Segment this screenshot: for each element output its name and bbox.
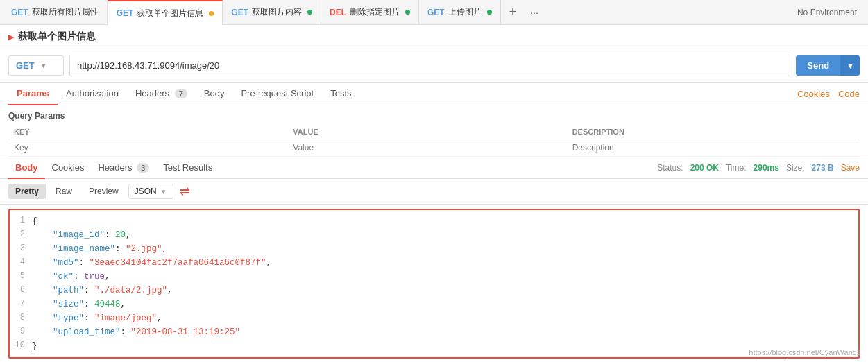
line-num-7: 7 — [10, 298, 32, 311]
send-button[interactable]: Send — [796, 55, 840, 76]
pretty-label: Pretty — [15, 187, 39, 196]
tab-upload[interactable]: GET 上传图片 — [419, 0, 501, 25]
tab-label-1: 获取所有图片属性 — [32, 6, 99, 18]
line-num-9: 9 — [10, 325, 32, 338]
resp-view-preview[interactable]: Preview — [82, 184, 126, 199]
response-view-bar: Pretty Raw Preview JSON ▼ ⇌ — [0, 179, 868, 205]
response-status-info: Status: 200 OK Time: 290ms Size: 273 B S… — [657, 163, 860, 173]
resp-view-pretty[interactable]: Pretty — [8, 184, 46, 199]
tab-prerequest-label: Pre-request Script — [241, 88, 314, 98]
tab-authorization[interactable]: Authorization — [58, 83, 127, 105]
col-action-header — [846, 125, 860, 139]
line-num-2: 2 — [10, 228, 32, 241]
line-num-4: 4 — [10, 256, 32, 269]
col-desc-header: DESCRIPTION — [567, 125, 846, 139]
size-label: Size: — [786, 163, 805, 173]
tab-prerequest[interactable]: Pre-request Script — [232, 83, 322, 105]
more-tabs-button[interactable]: ··· — [525, 7, 544, 18]
tab-label-5: 上传图片 — [448, 6, 482, 18]
page-title: 获取单个图片信息 — [18, 31, 96, 43]
format-dropdown[interactable]: JSON ▼ — [128, 184, 173, 199]
code-line-10: 10 } — [10, 339, 858, 353]
tab-label-4: 删除指定图片 — [350, 6, 400, 18]
resp-tab-cookies[interactable]: Cookies — [45, 157, 92, 179]
method-chevron-icon: ▼ — [40, 62, 47, 69]
line-num-1: 1 — [10, 214, 32, 227]
collapse-arrow-icon[interactable]: ▶ — [8, 33, 14, 42]
query-params-title: Query Params — [8, 111, 860, 121]
tab-del[interactable]: DEL 删除指定图片 — [321, 0, 419, 25]
line-num-8: 8 — [10, 311, 32, 325]
resp-view-raw[interactable]: Raw — [49, 184, 79, 199]
col-key-header: KEY — [8, 125, 287, 139]
tab-dot-3 — [307, 10, 312, 15]
code-content-8: "type": "image/jpeg", — [32, 311, 858, 325]
send-dropdown-button[interactable]: ▼ — [840, 55, 860, 76]
key-input[interactable] — [14, 143, 282, 153]
tab-tests-label: Tests — [330, 88, 351, 98]
code-line-8: 8 "type": "image/jpeg", — [10, 311, 858, 325]
code-content-1: { — [32, 214, 858, 228]
method-dropdown[interactable]: GET ▼ — [8, 55, 64, 76]
tab-params-label: Params — [17, 88, 49, 98]
method-label: GET — [16, 60, 35, 71]
resp-headers-badge: 3 — [137, 163, 149, 173]
tab-label-3: 获取图片内容 — [252, 6, 302, 18]
url-bar: GET ▼ Send ▼ — [0, 49, 868, 83]
tab-get-single[interactable]: GET 获取单个图片信息 — [108, 0, 223, 25]
code-line-2: 2 "image_id": 20, — [10, 228, 858, 242]
request-title-bar: ▶ 获取单个图片信息 — [0, 25, 868, 49]
headers-badge: 7 — [175, 89, 187, 98]
code-content-7: "size": 49448, — [32, 298, 858, 311]
query-params-section: Query Params KEY VALUE DESCRIPTION — [0, 105, 868, 157]
status-value: 200 OK — [690, 163, 719, 173]
resp-headers-label: Headers — [98, 162, 132, 173]
tab-get-content[interactable]: GET 获取图片内容 — [223, 0, 321, 25]
tab-tests[interactable]: Tests — [322, 83, 359, 105]
resp-tab-headers[interactable]: Headers 3 — [91, 157, 156, 179]
tab-dot-5 — [487, 10, 492, 15]
code-line-1: 1 { — [10, 214, 858, 228]
tab-get-all[interactable]: GET 获取所有图片属性 — [3, 0, 108, 25]
status-label: Status: — [657, 163, 683, 173]
save-response-button[interactable]: Save — [841, 163, 860, 173]
code-content-10: } — [32, 339, 858, 353]
value-input[interactable] — [293, 143, 561, 153]
resp-tab-testresults[interactable]: Test Results — [156, 157, 219, 179]
tab-body[interactable]: Body — [196, 83, 233, 105]
code-line-5: 5 "ok": true, — [10, 270, 858, 284]
resp-body-label: Body — [15, 162, 38, 173]
code-line-6: 6 "path": "./data/2.jpg", — [10, 284, 858, 298]
resp-tab-body[interactable]: Body — [8, 157, 45, 179]
code-line-9: 9 "upload_time": "2019-08-31 13:19:25" — [10, 325, 858, 339]
tab-headers-label: Headers — [135, 88, 169, 98]
description-input[interactable] — [572, 143, 840, 153]
code-content-6: "path": "./data/2.jpg", — [32, 284, 858, 298]
code-link[interactable]: Code — [838, 89, 860, 99]
tab-label-2: 获取单个图片信息 — [137, 8, 203, 19]
url-input[interactable] — [69, 55, 790, 76]
time-label: Time: — [726, 163, 747, 173]
add-tab-button[interactable]: + — [501, 5, 525, 19]
response-tabs-bar: Body Cookies Headers 3 Test Results Stat… — [0, 157, 868, 179]
code-content-3: "image_name": "2.jpg", — [32, 242, 858, 256]
resp-testresults-label: Test Results — [163, 162, 212, 173]
code-line-4: 4 "md5": "3eaec34104fac2f7aafa0641a6c0f8… — [10, 256, 858, 270]
tab-auth-label: Authorization — [66, 88, 119, 98]
params-row-placeholder — [8, 139, 860, 157]
line-num-6: 6 — [10, 284, 32, 297]
tab-params[interactable]: Params — [8, 83, 58, 105]
tab-method-3: GET — [231, 8, 248, 17]
format-chevron-icon: ▼ — [160, 188, 167, 196]
col-value-header: VALUE — [287, 125, 566, 139]
cookies-link[interactable]: Cookies — [797, 89, 830, 99]
wrap-icon[interactable]: ⇌ — [176, 182, 194, 200]
cookies-code-links: Cookies Code — [797, 89, 860, 99]
line-num-5: 5 — [10, 270, 32, 283]
line-num-3: 3 — [10, 242, 32, 255]
environment-selector[interactable]: No Environment — [789, 8, 865, 17]
tab-dot-4 — [405, 10, 410, 15]
resp-cookies-label: Cookies — [52, 162, 85, 173]
size-value: 273 B — [812, 163, 834, 173]
tab-headers[interactable]: Headers 7 — [127, 83, 196, 105]
